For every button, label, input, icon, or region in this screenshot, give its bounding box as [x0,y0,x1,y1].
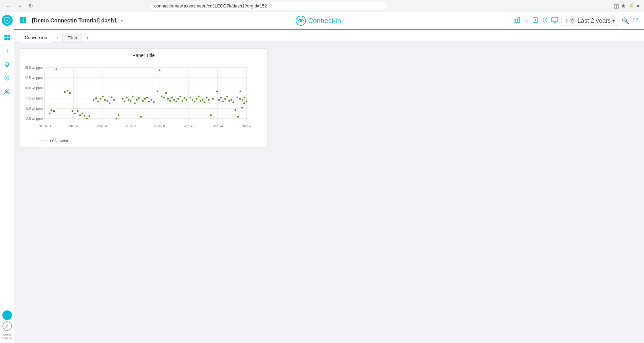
svg-rect-3 [4,38,7,40]
svg-point-103 [167,98,169,100]
legend-label: LCN Sulfur [50,139,68,143]
svg-point-132 [231,99,232,101]
time-filter[interactable]: ◷ 0 Last 2 years ▾ [562,16,618,26]
svg-point-104 [169,100,171,102]
address-bar[interactable]: connectin-new.axens.net/d/cnJLECG7k/dash… [150,2,387,10]
svg-point-126 [218,99,220,101]
svg-point-75 [104,99,106,101]
svg-point-95 [148,101,150,103]
svg-point-119 [202,99,204,101]
account-icon[interactable]: ● [637,3,640,9]
svg-point-60 [67,90,69,92]
svg-point-90 [138,97,140,99]
svg-point-108 [178,98,179,100]
svg-point-76 [107,100,108,102]
svg-point-65 [79,114,81,116]
browser-nav[interactable]: ← → ↻ [4,1,35,11]
dashboard-title[interactable]: [Demo Connectin Tutorial] dash1 [32,18,117,24]
svg-text:2020-1: 2020-1 [68,124,79,128]
svg-point-125 [216,91,218,92]
app-grid-icon [20,17,26,25]
svg-point-94 [146,97,148,98]
sidebar-item-settings[interactable] [1,72,13,84]
svg-point-71 [95,97,97,99]
refresh-icon[interactable] [632,17,639,25]
svg-point-105 [171,97,173,98]
chart-icon[interactable] [513,17,520,25]
svg-point-112 [186,99,187,101]
svg-text:2021-4: 2021-4 [212,124,223,128]
tab-add-filter[interactable]: + [84,34,91,41]
svg-rect-24 [552,17,558,22]
svg-point-129 [224,98,226,100]
svg-point-72 [97,101,99,103]
svg-rect-1 [4,35,7,37]
browser-bar: ← → ↻ connectin-new.axens.net/d/cnJLECG7… [0,0,644,12]
svg-point-57 [53,110,55,112]
share-icon[interactable] [532,17,538,25]
puzzle-icon[interactable]: ⚡ [628,3,634,9]
svg-point-82 [122,98,124,100]
time-filter-label: Last 2 years [577,17,611,24]
svg-text:2021-7: 2021-7 [241,124,252,128]
tab-conversion[interactable]: Conversion [20,33,52,43]
reload-button[interactable]: ↻ [26,1,35,11]
sidebar-logo[interactable] [2,15,13,26]
bookmark-icon[interactable]: ★ [621,3,626,9]
svg-point-58 [56,69,57,70]
sidebar-circle-button[interactable] [2,310,12,320]
svg-rect-14 [23,20,26,23]
svg-point-98 [157,91,159,92]
chart-svg: 15.0 wt ppm 12.5 wt ppm 10.0 wt ppm 7.5 … [24,61,255,136]
panel-area: Panel Title [14,43,644,343]
svg-point-64 [77,110,79,112]
svg-point-91 [140,116,142,118]
monitor-icon[interactable] [551,17,558,25]
sidebar-item-people[interactable] [1,86,13,98]
svg-point-134 [235,109,236,111]
svg-point-130 [226,96,228,97]
sidebar-item-plus[interactable] [1,45,13,57]
svg-rect-17 [514,19,515,23]
tab-conversion-label: Conversion [25,35,47,40]
svg-point-8 [6,77,8,79]
svg-point-56 [51,109,52,111]
extension-icon[interactable]: ◫ [614,3,619,9]
svg-point-107 [176,101,177,103]
svg-rect-16 [300,19,302,22]
svg-rect-11 [20,17,23,20]
tab-filter-label: Filter [68,35,77,40]
svg-point-141 [241,107,243,109]
svg-point-79 [113,99,115,101]
time-filter-count: 0 [569,18,575,24]
svg-rect-2 [7,35,10,37]
svg-point-136 [240,91,241,92]
svg-point-143 [237,116,239,118]
svg-point-117 [198,96,200,97]
sidebar-help-button[interactable]: ? [2,321,12,331]
svg-point-88 [134,103,136,104]
star-icon[interactable]: ☆ [523,17,529,24]
tab-add-conversion[interactable]: + [54,34,61,41]
svg-point-120 [204,102,206,103]
svg-text:2.5 wt ppm: 2.5 wt ppm [26,117,43,121]
svg-point-122 [208,99,210,101]
search-icon[interactable]: 🔍 [622,17,629,24]
svg-point-99 [159,70,161,71]
sidebar-item-grid[interactable] [1,31,13,43]
svg-point-140 [243,103,245,104]
back-button[interactable]: ← [4,1,14,11]
title-caret[interactable]: ▾ [121,18,123,23]
svg-point-102 [165,92,167,94]
svg-point-81 [118,114,119,116]
sidebar-item-bell[interactable] [1,58,13,71]
forward-button[interactable]: → [15,1,24,11]
chart-legend: LCN Sulfur [24,137,263,143]
svg-point-113 [190,97,191,98]
nav-actions: ☆ [513,16,639,26]
tab-filter[interactable]: Filter [62,33,82,42]
settings-icon[interactable] [542,17,548,25]
svg-rect-19 [518,17,519,23]
svg-point-87 [132,96,134,97]
svg-point-69 [89,115,90,117]
